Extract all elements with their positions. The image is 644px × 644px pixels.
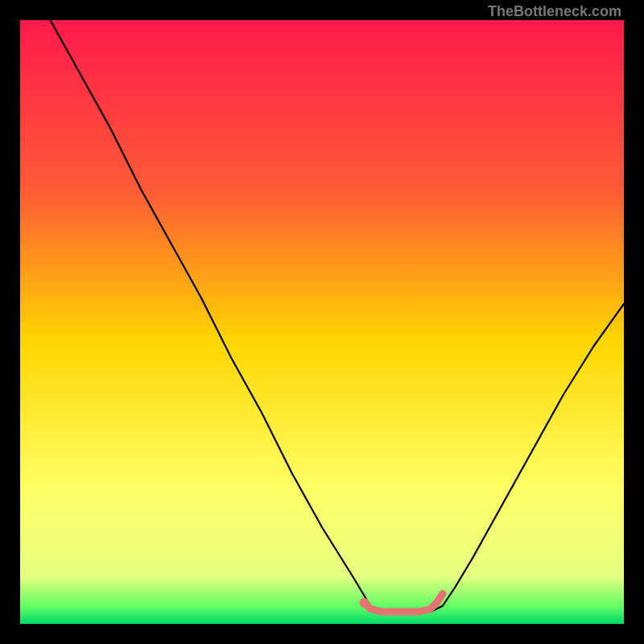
curve-layer <box>20 20 624 624</box>
watermark-text: TheBottleneck.com <box>488 3 621 20</box>
chart-frame: TheBottleneck.com <box>0 0 644 644</box>
plot-area <box>20 20 624 624</box>
bottleneck-curve <box>51 20 625 612</box>
optimal-point-dot <box>360 598 369 608</box>
optimal-range-marker <box>365 594 444 613</box>
